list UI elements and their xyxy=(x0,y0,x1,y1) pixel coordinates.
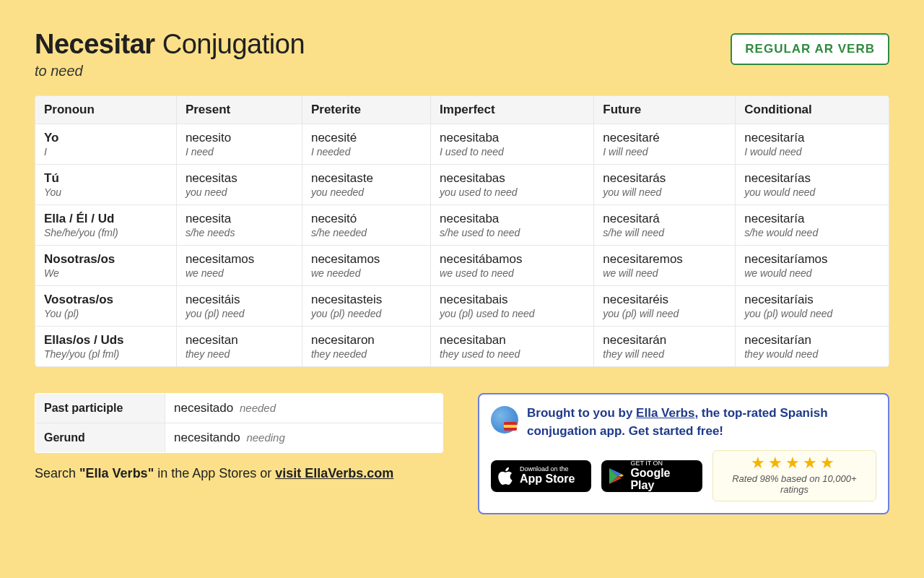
promo-card: Brought to you by Ella Verbs, the top-ra… xyxy=(478,393,889,514)
conjugation-cell: necesitas/he needs xyxy=(176,205,302,246)
table-row: Nosotras/osWenecesitamoswe neednecesitam… xyxy=(35,246,889,286)
conjugation-cell: necesitaríamoswe would need xyxy=(736,246,889,286)
conjugation-cell: necesitanthey need xyxy=(176,327,302,367)
conjugation-cell: necesitamoswe need xyxy=(176,246,302,286)
ellaverbs-logo-icon xyxy=(491,406,518,434)
conjugation-cell: necesitaríasyou would need xyxy=(736,165,889,205)
conjugation-cell: necesitoI need xyxy=(176,124,302,165)
pronoun-cell: Nosotras/osWe xyxy=(35,246,177,286)
past-participle-label: Past participle xyxy=(35,394,165,423)
star-icons: ★★★★★ xyxy=(723,455,866,471)
conjugation-cell: necesitaríaI would need xyxy=(736,124,889,165)
table-row: Vosotras/osYou (pl)necesitáisyou (pl) ne… xyxy=(35,286,889,327)
past-participle-value: necesitado needed xyxy=(165,394,443,423)
table-row: TúYounecesitasyou neednecesitasteyou nee… xyxy=(35,165,889,205)
table-row: Ellas/os / UdsThey/you (pl fml)necesitan… xyxy=(35,327,889,367)
google-play-button[interactable]: GET IT ON Google Play xyxy=(601,460,702,492)
gerund-label: Gerund xyxy=(35,423,165,453)
pronoun-cell: YoI xyxy=(35,124,177,165)
pronoun-cell: Ella / Él / UdShe/he/you (fml) xyxy=(35,205,177,246)
pronoun-cell: Ellas/os / UdsThey/you (pl fml) xyxy=(35,327,177,367)
app-store-button[interactable]: Download on the App Store xyxy=(491,460,591,492)
conjugation-cell: necesitéI needed xyxy=(302,124,430,165)
verb-translation: to need xyxy=(35,63,305,79)
column-header: Preterite xyxy=(302,96,430,124)
apple-icon xyxy=(498,467,514,486)
conjugation-cell: necesitaronthey needed xyxy=(302,327,430,367)
conjugation-cell: necesitarás/he will need xyxy=(594,205,736,246)
rating-box: ★★★★★ Rated 98% based on 10,000+ ratings xyxy=(712,450,876,501)
pronoun-cell: Vosotras/osYou (pl) xyxy=(35,286,177,327)
conjugation-cell: necesitarásyou will need xyxy=(594,165,736,205)
conjugation-cell: necesitaréisyou (pl) will need xyxy=(594,286,736,327)
column-header: Present xyxy=(176,96,302,124)
conjugation-cell: necesitasteyou needed xyxy=(302,165,430,205)
table-row: Ella / Él / UdShe/he/you (fml)necesitas/… xyxy=(35,205,889,246)
rating-text: Rated 98% based on 10,000+ ratings xyxy=(723,473,866,495)
conjugation-cell: necesitaremoswe will need xyxy=(594,246,736,286)
column-header: Future xyxy=(594,96,736,124)
forms-table: Past participle necesitado needed Gerund… xyxy=(35,393,443,453)
pronoun-cell: TúYou xyxy=(35,165,177,205)
verb-type-badge: REGULAR AR VERB xyxy=(731,33,889,65)
conjugation-cell: necesitasteisyou (pl) needed xyxy=(302,286,430,327)
table-row: YoInecesitoI neednecesitéI needednecesit… xyxy=(35,124,889,165)
column-header: Imperfect xyxy=(431,96,594,124)
conjugation-cell: necesitabaisyou (pl) used to need xyxy=(431,286,594,327)
conjugation-cell: necesitabanthey used to need xyxy=(431,327,594,367)
conjugation-cell: necesitaréI will need xyxy=(594,124,736,165)
conjugation-cell: necesitaríaisyou (pl) would need xyxy=(736,286,889,327)
conjugation-cell: necesitabas/he used to need xyxy=(431,205,594,246)
conjugation-cell: necesitáisyou (pl) need xyxy=(176,286,302,327)
conjugation-cell: necesitamoswe needed xyxy=(302,246,430,286)
conjugation-cell: necesitarías/he would need xyxy=(736,205,889,246)
promo-link[interactable]: Ella Verbs xyxy=(636,406,694,420)
gerund-value: necesitando needing xyxy=(165,423,443,453)
page-title: Necesitar Conjugation xyxy=(35,29,305,60)
conjugation-cell: necesitaríanthey would need xyxy=(736,327,889,367)
conjugation-cell: necesitasyou need xyxy=(176,165,302,205)
conjugation-cell: necesitaránthey will need xyxy=(594,327,736,367)
conjugation-cell: necesitabasyou used to need xyxy=(431,165,594,205)
title-suffix: Conjugation xyxy=(162,29,305,59)
google-play-icon xyxy=(609,467,624,485)
search-hint: Search "Ella Verbs" in the App Stores or… xyxy=(35,466,443,481)
column-header: Pronoun xyxy=(35,96,177,124)
conjugation-cell: necesitabaI used to need xyxy=(431,124,594,165)
ellaverbs-link[interactable]: visit EllaVerbs.com xyxy=(275,466,393,480)
promo-text: Brought to you by Ella Verbs, the top-ra… xyxy=(527,405,876,440)
column-header: Conditional xyxy=(736,96,889,124)
conjugation-table: PronounPresentPreteriteImperfectFutureCo… xyxy=(35,95,889,367)
verb-name: Necesitar xyxy=(35,29,155,59)
conjugation-cell: necesitós/he needed xyxy=(302,205,430,246)
conjugation-cell: necesitábamoswe used to need xyxy=(431,246,594,286)
